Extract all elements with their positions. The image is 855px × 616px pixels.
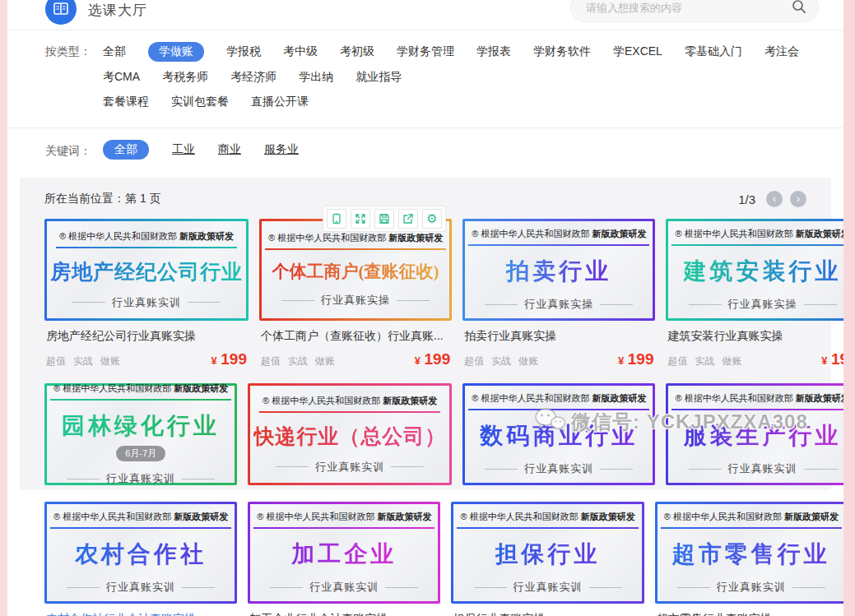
type-filter-item[interactable]: 零基础入门 (685, 44, 742, 59)
course-card-cover: ® 根据中华人民共和国财政部 新版政策研发 园林绿化行业 6月-7月 行业真账实… (44, 383, 237, 485)
type-filter-item[interactable]: 学出纳 (299, 70, 333, 85)
course-card[interactable]: ® 根据中华人民共和国财政部 新版政策研发 农村合作社 行业真账实训 农村合作社… (44, 502, 237, 616)
keyword-filter-item[interactable]: 商业 (218, 142, 241, 157)
course-card-title: 快递行业（总公司） (253, 423, 446, 450)
type-filter-item[interactable]: 学报税 (226, 44, 261, 59)
page-indicator: 1/3 (738, 192, 755, 206)
course-card-title: 数码商业行业 (480, 420, 638, 452)
search-box (570, 0, 819, 22)
course-card-name[interactable]: 拍卖行业真账实操 (464, 329, 653, 344)
course-card-tag: 实战 (73, 354, 93, 368)
keyword-filter-item[interactable]: 服务业 (264, 142, 299, 157)
type-filter-item[interactable]: 实训包套餐 (171, 95, 229, 109)
course-card-tag: 实战 (491, 354, 511, 368)
course-card-info: 拍卖行业真账实操 超值实战做账 ¥ 199 (462, 321, 655, 373)
chevron-right-icon[interactable]: › (790, 191, 806, 207)
divider (689, 304, 722, 305)
course-card[interactable]: ® 根据中华人民共和国财政部 新版政策研发 快递行业（总公司） 行业真账实训 (248, 383, 452, 485)
course-card-title: 农村合作社 (75, 539, 207, 570)
divider (485, 304, 518, 305)
course-card-title: 个体工商户(查账征收) (272, 260, 439, 283)
course-card-name[interactable]: 超市零售行业真账实操 (657, 612, 846, 616)
screenshot-toolbar: ⚙ (323, 206, 446, 232)
course-card-authority: ® 根据中华人民共和国财政部 新版政策研发 (56, 230, 237, 248)
course-card-subtitle: 行业真账实训 (485, 461, 633, 476)
right-edge-strip (843, 0, 855, 616)
course-card[interactable]: ® 根据中华人民共和国财政部 新版政策研发 服装生产行业 行业真账实训 (666, 383, 855, 485)
divider (485, 469, 518, 470)
course-card-authority: ® 根据中华人民共和国财政部 新版政策研发 (468, 228, 649, 246)
course-card-info: 超市零售行业真账实操 超值实战做账 ¥ 199 (655, 604, 848, 616)
course-card-cover: ® 根据中华人民共和国财政部 新版政策研发 担保行业 行业真账实训 (451, 502, 644, 604)
expand-arrows-icon[interactable] (351, 209, 370, 229)
chevron-left-icon[interactable]: ‹ (766, 191, 783, 207)
type-filter-item[interactable]: 考注会 (764, 44, 799, 59)
course-card[interactable]: ® 根据中华人民共和国财政部 新版政策研发 园林绿化行业 6月-7月 行业真账实… (44, 383, 237, 485)
course-grid-row-2: ® 根据中华人民共和国财政部 新版政策研发 园林绿化行业 6月-7月 行业真账实… (44, 383, 806, 485)
search-icon[interactable] (791, 0, 807, 18)
course-card[interactable]: ® 根据中华人民共和国财政部 新版政策研发 建筑安装行业 行业真账实操 建筑安装… (666, 219, 855, 373)
course-card[interactable]: ® 根据中华人民共和国财政部 新版政策研发 拍卖行业 行业真账实操 拍卖行业真账… (462, 219, 655, 373)
course-card-authority: ® 根据中华人民共和国财政部 新版政策研发 (253, 511, 434, 529)
course-card-name[interactable]: 担保行业真账实操 (453, 612, 642, 616)
type-filter-item[interactable]: 考中级 (283, 44, 318, 59)
type-filter-item[interactable]: 直播公开课 (251, 95, 309, 109)
course-card-authority: ® 根据中华人民共和国财政部 新版政策研发 (457, 511, 638, 529)
course-card-tag: 做账 (518, 354, 538, 368)
course-card[interactable]: ® 根据中华人民共和国财政部 新版政策研发 数码商业行业 行业真账实训 (462, 383, 655, 485)
type-filter-item[interactable]: 学报表 (476, 44, 511, 59)
course-card-subtitle: 行业真账实操 (689, 297, 837, 312)
course-card[interactable]: ® 根据中华人民共和国财政部 新版政策研发 超市零售行业 行业真账实训 超市零售… (655, 502, 848, 616)
course-card[interactable]: ® 根据中华人民共和国财政部 新版政策研发 加工企业 行业真账实训 加工企业行业… (248, 502, 440, 616)
type-filter-item[interactable]: 考税务师 (162, 70, 208, 85)
course-card-name[interactable]: 建筑安装行业真账实操 (667, 329, 855, 344)
type-filter-item[interactable]: 套餐课程 (103, 95, 149, 109)
share-icon[interactable] (398, 209, 418, 229)
divider (188, 302, 221, 303)
course-card-tags: 超值实战做账 (261, 354, 335, 368)
type-filter-item[interactable]: 学EXCEL (613, 44, 662, 59)
course-card-info: 农村合作社行业会计真账实操 超值实战做账 ¥ 199 (44, 604, 237, 616)
course-card-tag: 实战 (695, 354, 714, 368)
course-card[interactable]: ® 根据中华人民共和国财政部 新版政策研发 担保行业 行业真账实训 担保行业真账… (451, 502, 644, 616)
divider (182, 587, 215, 588)
course-card[interactable]: ® 根据中华人民共和国财政部 新版政策研发 个体工商户(查账征收) 行业真账实操… (259, 219, 452, 373)
divider (270, 587, 303, 588)
course-card-name[interactable]: 个体工商户（查账征收）行业真账... (261, 329, 450, 344)
course-card-tag: 超值 (464, 354, 484, 368)
type-filter-item[interactable]: 学财务软件 (533, 44, 591, 59)
search-input[interactable] (570, 0, 819, 22)
course-card-name[interactable]: 农村合作社行业会计真账实操 (46, 612, 235, 616)
course-card-name[interactable]: 加工企业行业会计真账实操 (249, 612, 439, 616)
course-card[interactable]: ® 根据中华人民共和国财政部 新版政策研发 房地产经纪公司行业 行业真账实训 房… (44, 219, 249, 373)
type-filter-item[interactable]: 学财务管理 (397, 44, 454, 59)
course-card-subtitle: 行业真账实训 (677, 580, 825, 595)
course-card-price: ¥ 199 (415, 350, 450, 368)
divider (804, 304, 837, 305)
gear-icon[interactable]: ⚙ (422, 209, 442, 229)
current-position-text: 所在当前位置：第 1 页 (44, 192, 161, 206)
save-icon[interactable] (374, 209, 394, 229)
type-filter-item[interactable]: 考初级 (340, 44, 374, 59)
keyword-filter-item[interactable]: 工业 (172, 142, 195, 157)
type-filter-item[interactable]: 全部 (103, 44, 126, 59)
divider (474, 587, 507, 588)
type-filter-item[interactable]: 考经济师 (230, 70, 276, 85)
course-card-authority: ® 根据中华人民共和国财政部 新版政策研发 (259, 395, 440, 413)
type-filter-item[interactable]: 学做账 (148, 42, 204, 62)
keyword-filter-item[interactable]: 全部 (103, 140, 149, 160)
course-hall-page: 选课大厅 按类型： 全部学做账学报税考中级考初级学财务管理学报表学财务软件学EX… (7, 0, 843, 616)
type-filter-section: 按类型： 全部学做账学报税考中级考初级学财务管理学报表学财务软件学EXCEL零基… (7, 30, 843, 128)
course-card-authority: ® 根据中华人民共和国财政部 新版政策研发 (468, 392, 649, 410)
type-filter-rows: 全部学做账学报税考中级考初级学财务管理学报表学财务软件学EXCEL零基础入门考注… (103, 42, 819, 119)
course-card-info: 房地产经纪公司行业真账实操 超值实战做账 ¥ 199 (44, 321, 249, 373)
divider (276, 466, 309, 467)
course-card-tag: 超值 (46, 354, 66, 368)
course-card-authority: ® 根据中华人民共和国财政部 新版政策研发 (50, 382, 231, 401)
type-filter-item[interactable]: 考CMA (103, 70, 140, 85)
course-card-tags: 超值实战做账 (46, 354, 120, 368)
type-filter-item[interactable]: 就业指导 (355, 70, 402, 85)
course-card-authority: ® 根据中华人民共和国财政部 新版政策研发 (265, 232, 446, 250)
tablet-frame-icon[interactable] (327, 209, 346, 229)
course-card-name[interactable]: 房地产经纪公司行业真账实操 (46, 329, 247, 344)
